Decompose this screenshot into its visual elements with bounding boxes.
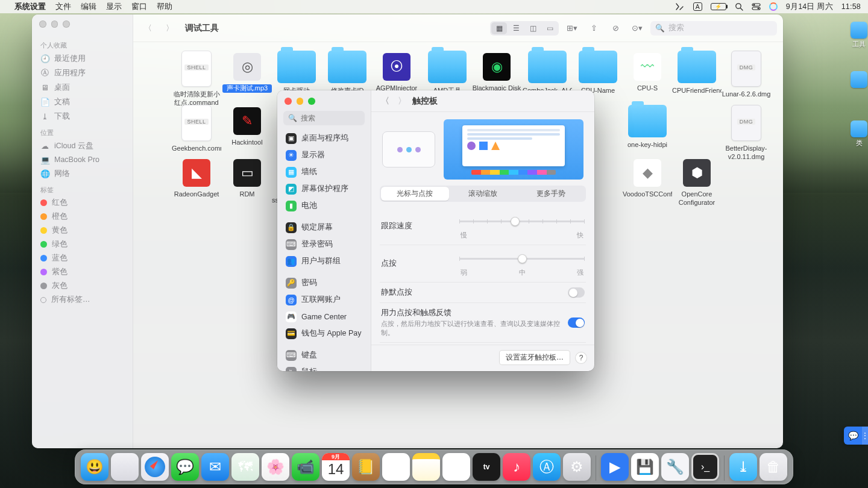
finder-file[interactable]: ◆VoodooTSCConfigurator <box>623 157 672 199</box>
sidebar-item-desktop[interactable]: 🖥桌面 <box>37 80 128 95</box>
dock-finder[interactable]: 😃 <box>81 453 108 481</box>
help-button[interactable]: ? <box>575 352 587 364</box>
forward-button[interactable]: 〉 <box>161 22 178 35</box>
chat-icon[interactable]: 💬 <box>844 427 862 445</box>
finder-file[interactable]: CPUFriendFriend <box>672 51 722 95</box>
dock-tv[interactable]: tv <box>473 453 500 481</box>
settings-item[interactable]: 💳钱包与 Apple Pay <box>281 325 367 342</box>
view-gallery-icon[interactable]: ▭ <box>542 22 558 34</box>
tab-point-click[interactable]: 光标与点按 <box>381 187 449 201</box>
slider-tracking-speed[interactable] <box>459 213 585 230</box>
menu-view[interactable]: 显示 <box>101 2 127 12</box>
battery-icon[interactable]: ⚡ <box>711 3 726 10</box>
panel-forward-button[interactable]: 〉 <box>395 95 409 108</box>
menu-help[interactable]: 帮助 <box>152 2 177 12</box>
dock-safari[interactable] <box>141 453 169 481</box>
settings-item[interactable]: ☀显示器 <box>281 147 367 164</box>
dock-trash[interactable]: 🗑 <box>760 453 787 481</box>
sidebar-tag[interactable]: 灰色 <box>37 279 128 293</box>
close-button[interactable] <box>285 98 292 105</box>
dock-notes[interactable] <box>412 453 440 481</box>
siri-icon[interactable] <box>769 2 778 11</box>
settings-section-list[interactable]: ▣桌面与程序坞☀显示器▦墙纸◩屏幕保护程序▮电池🔒锁定屏幕⌨登录密码👥用户与群组… <box>277 130 371 372</box>
sidebar-tag[interactable]: 橙色 <box>37 210 128 224</box>
finder-file[interactable]: SHELLGeekbench.command <box>172 105 221 153</box>
desktop-item[interactable]: 类 <box>850 120 868 148</box>
switch-quiet-click[interactable] <box>568 287 585 298</box>
finder-file[interactable]: DMGLunar-6.2.6.dmg <box>722 51 771 99</box>
minimize-button[interactable] <box>297 98 304 105</box>
settings-item[interactable]: 🔒锁定屏幕 <box>281 219 367 236</box>
floating-helper-button[interactable]: 💬 ⋮ <box>844 427 868 445</box>
view-icons-icon[interactable]: ▦ <box>491 22 507 34</box>
sidebar-item-icloud[interactable]: ☁︎iCloud 云盘 <box>37 139 128 153</box>
finder-file[interactable]: ✎Hackintool <box>222 105 272 147</box>
control-center-icon[interactable] <box>752 3 761 10</box>
dock-diskutility[interactable]: 💾 <box>631 453 659 481</box>
finder-file[interactable]: ▭RDM <box>222 157 272 199</box>
finder-file[interactable]: ⦿AGPMInjector <box>372 51 421 93</box>
settings-traffic-lights[interactable] <box>277 90 371 105</box>
finder-file[interactable]: 〰CPU-S <box>623 51 672 93</box>
tag-button[interactable]: ⊘ <box>607 22 624 35</box>
sidebar-item-applications[interactable]: Ⓐ应用程序 <box>37 66 128 80</box>
sidebar-item-downloads[interactable]: ⤓下载 <box>37 109 128 124</box>
dock-photos[interactable]: 🌸 <box>262 453 289 481</box>
finder-file[interactable]: ◎声卡测试.mp3 <box>222 51 272 93</box>
panel-back-button[interactable]: 〈 <box>379 95 392 108</box>
sidebar-item-network[interactable]: 🌐网络 <box>37 166 128 181</box>
finder-file[interactable]: SHELL临时清除更新小红点.command <box>172 51 221 107</box>
fullscreen-button[interactable] <box>308 98 315 105</box>
dock-downloads[interactable]: ⤓ <box>729 453 757 481</box>
bluetooth-trackpad-button[interactable]: 设置蓝牙触控板… <box>499 350 570 365</box>
finder-traffic-lights[interactable] <box>39 20 70 28</box>
switch-force-click[interactable] <box>568 318 585 328</box>
status-automation-icon[interactable] <box>675 2 685 11</box>
dock-mail[interactable]: ✉︎ <box>201 453 229 481</box>
dock-calendar[interactable]: 9月 14 <box>322 453 350 481</box>
settings-item[interactable]: 🔑密码 <box>281 275 367 292</box>
sidebar-tag[interactable]: 红色 <box>37 196 128 210</box>
dock-hackintool[interactable]: 🔧 <box>661 453 689 481</box>
sidebar-item-macbook[interactable]: 💻MacBook Pro <box>37 153 128 166</box>
sidebar-tag[interactable]: 绿色 <box>37 237 128 251</box>
settings-item[interactable]: ▦墙纸 <box>281 164 367 181</box>
menu-edit[interactable]: 编辑 <box>76 2 101 12</box>
view-switcher[interactable]: ▦ ☰ ◫ ▭ <box>490 21 559 36</box>
spotlight-icon[interactable] <box>735 2 743 11</box>
finder-file[interactable]: 修改声卡ID <box>322 51 372 95</box>
back-button[interactable]: 〈 <box>139 22 156 35</box>
tab-more-gestures[interactable]: 更多手势 <box>517 187 585 201</box>
view-columns-icon[interactable]: ◫ <box>525 22 541 34</box>
menubar-date[interactable]: 9月14日 周六 <box>786 2 833 12</box>
menu-window[interactable]: 窗口 <box>127 2 152 12</box>
settings-search[interactable]: 🔍 <box>283 111 365 125</box>
menu-file[interactable]: 文件 <box>51 2 76 12</box>
dock[interactable]: 😃 💬 ✉︎ 🗺 🌸 📹 9月 14 📒 ☑︎ ✏︎ tv ♪ Ⓐ ⚙︎ ▶ 💾… <box>75 449 793 484</box>
trackpad-tabs[interactable]: 光标与点按 滚动缩放 更多手势 <box>380 186 586 202</box>
settings-item[interactable]: ▣桌面与程序坞 <box>281 130 367 147</box>
dock-settings[interactable]: ⚙︎ <box>563 453 591 481</box>
desktop-item[interactable] <box>850 71 868 90</box>
sidebar-tag[interactable]: 蓝色 <box>37 251 128 265</box>
app-menu[interactable]: 系统设置 <box>10 2 51 12</box>
sidebar-tag[interactable]: 黄色 <box>37 224 128 237</box>
tab-scroll-zoom[interactable]: 滚动缩放 <box>449 187 517 201</box>
sidebar-item-documents[interactable]: 📄文稿 <box>37 95 128 109</box>
settings-item[interactable]: ◩屏幕保护程序 <box>281 181 367 198</box>
dock-facetime[interactable]: 📹 <box>292 453 319 481</box>
settings-item[interactable]: ▮电池 <box>281 198 367 214</box>
dock-terminal[interactable]: ›_ <box>691 453 719 481</box>
action-button[interactable]: ⊙▾ <box>629 22 646 35</box>
finder-file[interactable]: 网卡驱动 <box>272 51 321 95</box>
sidebar-item-recents[interactable]: 🕘最近使用 <box>37 51 128 66</box>
finder-file[interactable]: DMGBetterDisplay-v2.0.11.dmg <box>722 105 771 161</box>
dock-maps[interactable]: 🗺 <box>231 453 259 481</box>
finder-file[interactable]: ◣RadeonGadget <box>172 157 221 199</box>
menubar-time[interactable]: 11:58 <box>841 2 861 11</box>
sidebar-tag[interactable]: 紫色 <box>37 265 128 279</box>
settings-item[interactable]: 🎮Game Center <box>281 308 367 325</box>
desktop-item[interactable]: 工具 <box>850 22 868 49</box>
dock-reminders[interactable]: ☑︎ <box>382 453 410 481</box>
share-button[interactable]: ⇧ <box>585 22 602 35</box>
